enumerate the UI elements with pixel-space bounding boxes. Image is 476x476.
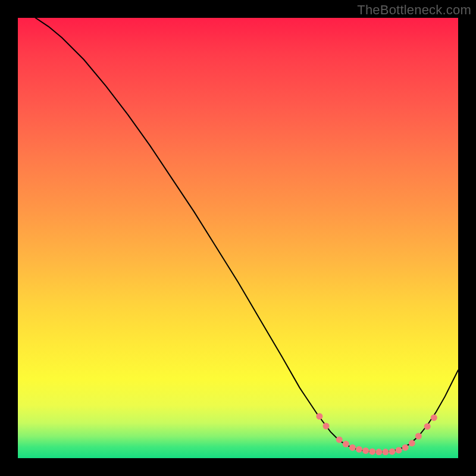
highlight-dot <box>349 444 356 451</box>
chart-frame: TheBottleneck.com <box>0 0 476 476</box>
highlight-dot <box>375 449 382 455</box>
highlight-dots <box>316 413 437 455</box>
chart-overlay <box>18 18 458 458</box>
bottleneck-curve <box>36 18 458 452</box>
highlight-dot <box>369 448 375 455</box>
highlight-dot <box>356 446 362 453</box>
highlight-dot <box>431 414 437 421</box>
plot-area <box>18 18 458 458</box>
highlight-dot <box>382 449 389 455</box>
highlight-dot <box>336 436 343 443</box>
highlight-dot <box>415 433 422 440</box>
highlight-dot <box>323 423 330 430</box>
highlight-dot <box>343 441 349 447</box>
watermark-text: TheBottleneck.com <box>357 2 471 18</box>
highlight-dot <box>362 447 369 454</box>
highlight-dot <box>389 448 396 455</box>
highlight-dot <box>424 423 431 430</box>
highlight-dot <box>409 440 415 446</box>
highlight-dot <box>316 413 322 419</box>
highlight-dot <box>396 447 402 453</box>
highlight-dot <box>402 444 409 451</box>
